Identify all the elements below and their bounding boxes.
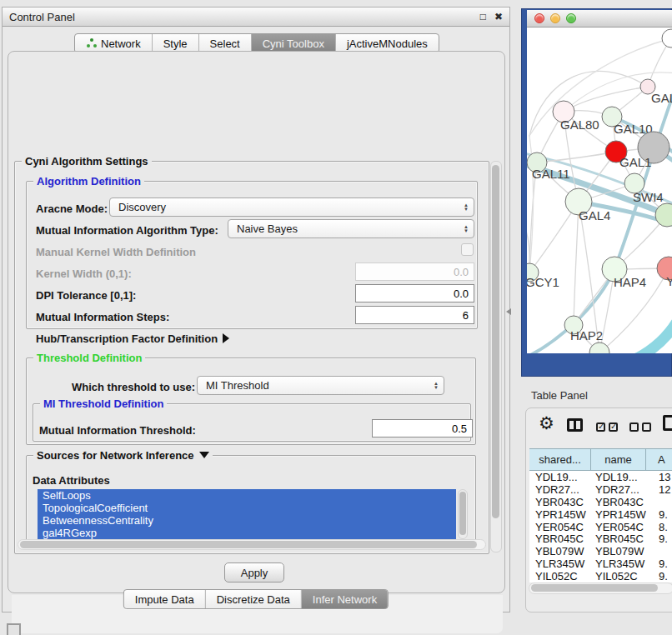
control-panel-tab[interactable]: Style [152, 34, 198, 52]
manual-kernel-width-checkbox[interactable] [461, 243, 474, 256]
settings-scrollbar[interactable] [490, 161, 502, 552]
control-panel-titlebar: Control Panel □ ✖ [3, 8, 509, 27]
network-tab-icon [86, 38, 97, 48]
stepper-arrows-icon: ▲▼ [434, 378, 439, 393]
network-canvas[interactable]: GALGAL80GAL10GAL1GAL11SWI4GAL4GCY1HAP4YH… [527, 28, 672, 353]
table-row[interactable]: YDL19... YDL19... 13 [529, 471, 672, 483]
sources-toggle[interactable]: Sources for Network Inference [33, 449, 213, 462]
data-attribute-item[interactable]: TopologicalCoefficient [38, 502, 456, 514]
float-window-icon[interactable]: □ [480, 11, 486, 22]
control-panel-tab[interactable]: Select [198, 34, 251, 52]
cell-name: YDL19... [591, 471, 646, 483]
cell-shared-name: YDL19... [529, 471, 591, 483]
select-all-checkboxes-icon[interactable] [596, 422, 618, 432]
data-attribute-item[interactable]: BetweennessCentrality [38, 514, 456, 527]
network-node-label: Y [666, 274, 672, 288]
dpi-tolerance-label: DPI Tolerance [0,1]: [36, 289, 136, 302]
node-table: shared... name A YDL19... YDL19... 13 YD… [529, 448, 672, 582]
table-hscrollbar-thumb[interactable] [531, 584, 658, 592]
table-panel: ⚙ shared... name A YDL19... YDL19... 13 … [525, 408, 672, 612]
dpi-tolerance-field[interactable]: 0.0 [355, 284, 474, 302]
cell-shared-name: YIL052C [529, 570, 591, 582]
table-row[interactable]: YDR27... YDR27... 12 [529, 483, 672, 496]
docked-panel-icon[interactable] [7, 623, 21, 635]
unchecked-box-icon [642, 422, 651, 432]
zoom-traffic-light[interactable] [566, 13, 576, 23]
cell-name: YDR27... [591, 483, 646, 496]
cyni-bottom-tab[interactable]: Discretize Data [205, 590, 301, 608]
table-column-header[interactable]: A [646, 449, 672, 470]
table-row[interactable]: YIL052C YIL052C 9. [529, 570, 672, 582]
network-view-window: GALGAL80GAL10GAL1GAL11SWI4GAL4GCY1HAP4YH… [521, 8, 672, 377]
attributes-scrollbar-thumb[interactable] [459, 492, 466, 535]
data-attribute-item[interactable]: gal4RGexp [38, 527, 456, 539]
settings-hscrollbar[interactable] [18, 539, 486, 550]
group-title: Cyni Algorithm Settings [22, 155, 152, 168]
network-window-titlebar [527, 10, 672, 28]
gear-icon[interactable]: ⚙ [539, 413, 554, 433]
cell-value: 13 [646, 471, 672, 483]
cell-shared-name: YER054C [529, 521, 591, 533]
document-icon[interactable] [663, 415, 672, 431]
table-column-header[interactable]: shared... [529, 449, 591, 470]
table-row[interactable]: YBR045C YBR045C 9. [529, 532, 672, 545]
deselect-all-checkboxes-icon[interactable] [629, 422, 651, 432]
group-title: MI Threshold Definition [40, 398, 167, 410]
table-row[interactable]: YBR043C YBR043C [529, 496, 672, 508]
settings-hscrollbar-thumb[interactable] [20, 541, 477, 548]
close-traffic-light[interactable] [534, 13, 544, 23]
cell-name: YER054C [591, 521, 646, 533]
tab-label: Style [163, 38, 188, 50]
which-threshold-select[interactable]: MI Threshold ▲▼ [197, 376, 444, 395]
network-node-label: GAL11 [532, 167, 570, 181]
table-column-header[interactable]: name [591, 449, 646, 470]
table-row[interactable]: YBL079W YBL079W [529, 545, 672, 558]
table-row[interactable]: YLR345W YLR345W 9. [529, 558, 672, 570]
mi-threshold-field[interactable]: 0.5 [372, 419, 473, 438]
cell-value: 9. [646, 532, 672, 545]
attributes-scrollbar[interactable] [458, 489, 468, 539]
cell-shared-name: YPR145W [529, 508, 591, 521]
mi-algorithm-type-select[interactable]: Naive Bayes ▲▼ [228, 219, 474, 238]
minimize-traffic-light[interactable] [550, 13, 560, 23]
table-body: YDL19... YDL19... 13 YDR27... YDR27... 1… [529, 471, 672, 582]
stepper-arrows-icon: ▲▼ [464, 199, 469, 215]
cell-name: YIL052C [591, 570, 646, 582]
expand-right-icon [223, 333, 229, 343]
network-node-label: HAP2 [570, 328, 603, 342]
network-node[interactable] [662, 29, 672, 48]
table-row[interactable]: YER054C YER054C 8. [529, 521, 672, 533]
control-panel-tab[interactable]: jActiveMNodules [335, 34, 439, 52]
cyni-bottom-tab[interactable]: Infer Network [301, 590, 388, 608]
group-title: Algorithm Definition [33, 175, 144, 188]
cell-shared-name: YBR045C [529, 532, 591, 545]
settings-scrollbar-thumb[interactable] [492, 165, 499, 518]
table-hscrollbar[interactable] [529, 582, 672, 594]
kernel-width-field[interactable]: 0.0 [355, 262, 474, 281]
splitter-collapse-icon[interactable] [506, 308, 511, 315]
control-panel-tab[interactable]: Cyni Toolbox [251, 34, 335, 52]
network-node[interactable] [655, 203, 672, 227]
tab-label: Select [210, 38, 240, 50]
tab-label: Discretize Data [217, 593, 290, 606]
cell-name: YBL079W [591, 545, 646, 558]
stepper-arrows-icon: ▲▼ [464, 221, 469, 237]
split-columns-icon[interactable] [567, 418, 583, 432]
table-row[interactable]: YPR145W YPR145W 9. [529, 508, 672, 521]
network-node-label: GAL4 [579, 208, 610, 222]
cyni-bottom-tab[interactable]: Impute Data [124, 590, 205, 608]
cell-name: YPR145W [591, 508, 646, 521]
close-icon[interactable]: ✖ [494, 11, 503, 22]
data-attribute-item[interactable]: SelfLoops [38, 489, 456, 502]
aracne-mode-select[interactable]: Discovery ▲▼ [109, 198, 474, 217]
apply-button[interactable]: Apply [224, 562, 284, 582]
hub-definition-toggle[interactable]: Hub/Transcription Factor Definition [36, 332, 229, 345]
control-panel-tab[interactable]: Network [75, 34, 152, 52]
manual-kernel-width-label: Manual Kernel Width Definition [36, 246, 196, 258]
cell-shared-name: YBR043C [529, 496, 591, 508]
tab-label: Network [101, 38, 141, 50]
network-node[interactable] [589, 342, 609, 353]
mi-steps-field[interactable]: 6 [355, 306, 474, 324]
data-attributes-list[interactable]: SelfLoops TopologicalCoefficient Between… [38, 489, 456, 539]
cell-shared-name: YDR27... [529, 483, 591, 496]
